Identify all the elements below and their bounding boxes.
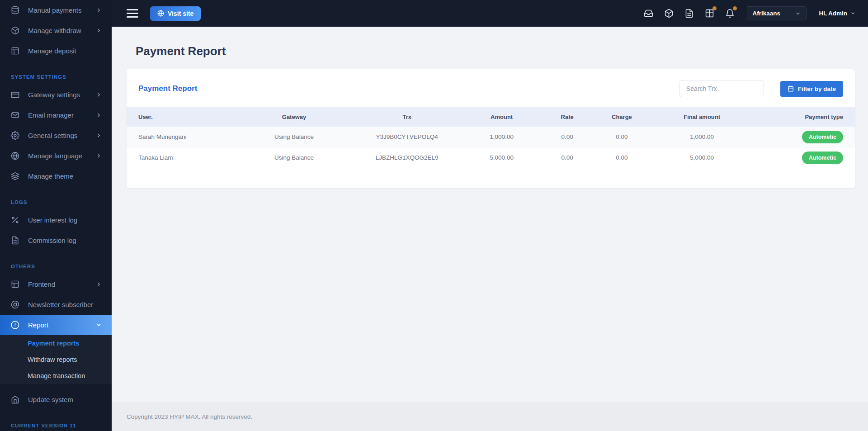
cell-rate: 0.00 (549, 133, 585, 140)
layout-icon (11, 280, 19, 289)
bell-icon[interactable] (725, 9, 735, 18)
page-content: Payment Report Payment Report Filter by … (112, 27, 868, 402)
cell-payment-type: Autometic (745, 152, 855, 164)
language-dropdown[interactable]: Afrikaans (747, 6, 807, 20)
sidebar-subitem-manage-transaction[interactable]: Manage transaction (0, 368, 112, 384)
navbar-icon-group (633, 9, 735, 18)
page-title: Payment Report (136, 44, 855, 58)
payment-report-table: User.GatewayTrxAmountRateChargeFinal amo… (127, 107, 855, 188)
inbox-icon[interactable] (644, 9, 653, 18)
sidebar-item-newsletter-subscriber[interactable]: Newsletter subscriber (0, 294, 112, 315)
sidebar-item-label: User interest log (28, 216, 102, 224)
percent-icon (11, 216, 19, 224)
at-sign-icon (11, 300, 19, 309)
card-header-actions: Filter by date (679, 80, 843, 97)
database-icon (11, 6, 19, 14)
envelope-icon (11, 111, 19, 119)
cell-payment-type: Autometic (745, 131, 855, 143)
sidebar-item-manage-withdraw[interactable]: Manage withdraw (0, 20, 112, 41)
credit-card-icon (11, 90, 19, 99)
page-footer: Copyright 2023 HYIP MAX. All rights rese… (112, 402, 868, 431)
cell-charge: 0.00 (585, 154, 658, 161)
payment-type-badge: Autometic (802, 131, 843, 143)
filter-by-date-button[interactable]: Filter by date (780, 81, 843, 97)
filter-by-date-label: Filter by date (798, 85, 836, 92)
chevron-right-icon (96, 153, 102, 159)
main-column: Visit site Afrikaans Hi, Admin Payment R… (112, 0, 868, 431)
visit-site-label: Visit site (168, 10, 193, 17)
sidebar-item-manage-deposit[interactable]: Manage deposit (0, 41, 112, 61)
column-header-payment-type: Payment type (745, 114, 855, 120)
column-header-trx: Trx (360, 114, 454, 120)
sidebar-item-user-interest-log[interactable]: User interest log (0, 210, 112, 230)
sidebar-item-label: Gateway settings (28, 91, 87, 99)
cell-user: Tanaka Liam (127, 154, 229, 161)
sidebar-item-manage-theme[interactable]: Manage theme (0, 166, 112, 186)
copyright-text: Copyright 2023 HYIP MAX. All rights rese… (127, 413, 252, 420)
grid-icon[interactable] (705, 9, 714, 18)
cell-amount: 1,000.00 (454, 133, 549, 140)
card-header: Payment Report Filter by date (127, 69, 855, 107)
globe-icon (11, 152, 19, 160)
sidebar-item-manage-language[interactable]: Manage language (0, 146, 112, 166)
sidebar-item-report[interactable]: Report (0, 315, 112, 335)
sidebar-item-manual-payments[interactable]: Manual payments (0, 0, 112, 20)
sidebar-item-commission-log[interactable]: Commission log (0, 230, 112, 251)
sidebar: Manual paymentsManage withdrawManage dep… (0, 0, 112, 431)
sidebar-item-frontend[interactable]: Frontend (0, 274, 112, 294)
sidebar-section-header: OTHERS (0, 255, 112, 274)
cell-trx: Y3J9B0CYTVEPOLQ4 (360, 133, 454, 140)
globe-icon (157, 10, 164, 17)
column-header-user: User. (127, 114, 229, 120)
column-header-amount: Amount (454, 114, 549, 120)
sidebar-item-label: Newsletter subscriber (28, 301, 102, 308)
sidebar-item-label: Commission log (28, 237, 102, 244)
layout-icon (11, 47, 19, 55)
file-text-icon[interactable] (684, 9, 694, 18)
sidebar-item-label: Manual payments (28, 6, 87, 14)
sidebar-item-general-settings[interactable]: General settings (0, 125, 112, 146)
admin-user-menu[interactable]: Hi, Admin (819, 10, 856, 17)
cell-gateway: Using Balance (229, 133, 360, 140)
payment-report-card: Payment Report Filter by date User.Gatew… (127, 69, 855, 188)
chevron-right-icon (96, 7, 102, 13)
sidebar-section-header: CURRENT VERSION 11 (0, 414, 112, 431)
cell-final-amount: 5,000.00 (658, 154, 745, 161)
cell-final-amount: 1,000.00 (658, 133, 745, 140)
search-trx-input[interactable] (679, 80, 764, 97)
cell-gateway: Using Balance (229, 154, 360, 161)
sidebar-item-label: General settings (28, 132, 87, 139)
top-navbar: Visit site Afrikaans Hi, Admin (112, 0, 868, 27)
gear-icon (11, 131, 19, 140)
table-body: Sarah MunenganiUsing BalanceY3J9B0CYTVEP… (127, 127, 855, 168)
chevron-right-icon (96, 281, 102, 287)
cell-user: Sarah Munengani (127, 133, 229, 140)
table-header-row: User.GatewayTrxAmountRateChargeFinal amo… (127, 107, 855, 127)
sidebar-subitem-withdraw-reports[interactable]: Withdraw reports (0, 351, 112, 368)
sidebar-item-gateway-settings[interactable]: Gateway settings (0, 85, 112, 105)
sidebar-subitem-payment-reports[interactable]: Payment reports (0, 335, 112, 351)
sidebar-item-label: Update system (28, 396, 102, 403)
sidebar-spacer (0, 384, 112, 389)
cell-trx: LJBZHLG1XQOG2EL9 (360, 154, 454, 161)
table-row: Sarah MunenganiUsing BalanceY3J9B0CYTVEP… (127, 127, 855, 147)
package-icon[interactable] (664, 9, 674, 18)
visit-site-button[interactable]: Visit site (150, 6, 201, 21)
sidebar-item-label: Manage language (28, 152, 87, 160)
navbar-right: Afrikaans Hi, Admin (633, 6, 856, 20)
column-header-charge: Charge (585, 114, 658, 120)
chevron-down-icon (850, 11, 855, 16)
chevron-down-icon (96, 322, 102, 328)
sidebar-item-update-system[interactable]: Update system (0, 389, 112, 410)
card-bottom-spacer (127, 168, 855, 188)
cell-rate: 0.00 (549, 154, 585, 161)
language-dropdown-value: Afrikaans (753, 10, 781, 17)
admin-user-label: Hi, Admin (819, 10, 848, 17)
sidebar-section-header: SYSTEM SETTINGS (0, 65, 112, 85)
chevron-right-icon (96, 92, 102, 98)
alert-octagon-icon (11, 321, 19, 329)
hamburger-menu-icon[interactable] (127, 9, 138, 18)
sidebar-item-email-manager[interactable]: Email manager (0, 105, 112, 125)
sidebar-item-label: Frontend (28, 280, 87, 288)
chevron-down-icon (795, 11, 801, 16)
